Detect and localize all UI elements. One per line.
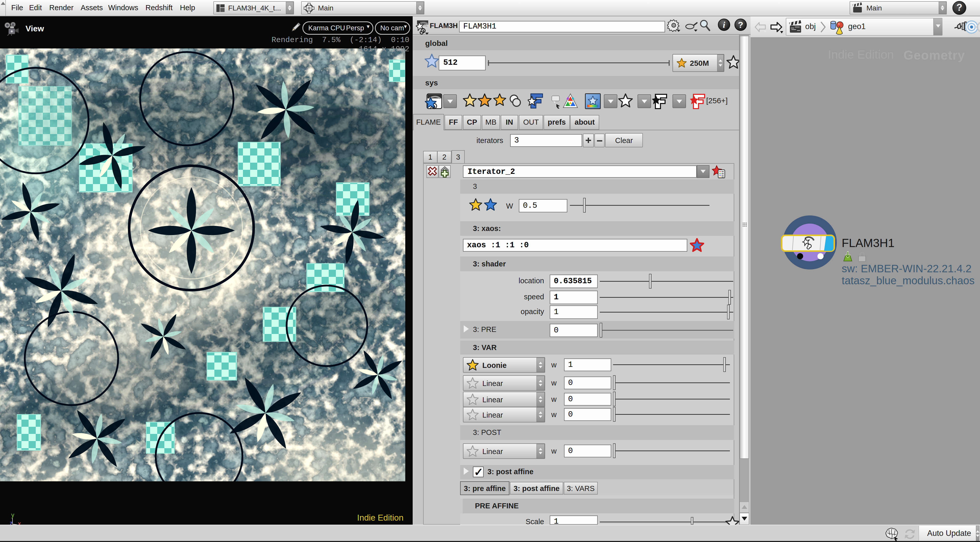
svg-text:y: y <box>11 513 14 518</box>
